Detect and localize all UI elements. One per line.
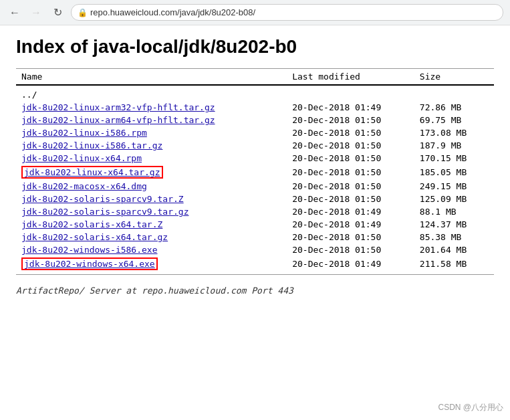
file-link[interactable]: jdk-8u202-solaris-sparcv9.tar.Z: [21, 194, 184, 204]
file-size-cell: 249.15 MB: [414, 180, 494, 193]
col-size-header: Size: [414, 69, 494, 86]
file-name-cell[interactable]: jdk-8u202-solaris-x64.tar.Z: [16, 218, 287, 231]
file-link[interactable]: jdk-8u202-linux-arm32-vfp-hflt.tar.gz: [21, 102, 215, 112]
lock-icon: 🔒: [78, 8, 88, 17]
file-name-cell[interactable]: jdk-8u202-windows-x64.exe: [16, 256, 287, 272]
file-modified-cell: 20-Dec-2018 01:49: [287, 218, 414, 231]
file-link[interactable]: jdk-8u202-windows-x64.exe: [24, 259, 155, 269]
table-header-row: Name Last modified Size: [16, 69, 494, 86]
table-row: jdk-8u202-solaris-x64.tar.gz20-Dec-2018 …: [16, 231, 494, 243]
file-size-cell: 185.05 MB: [414, 165, 494, 180]
file-name-cell[interactable]: jdk-8u202-linux-arm32-vfp-hflt.tar.gz: [16, 101, 287, 114]
file-link[interactable]: jdk-8u202-solaris-x64.tar.gz: [21, 232, 168, 242]
table-row: ../: [16, 85, 494, 101]
file-size-cell: 124.37 MB: [414, 218, 494, 231]
file-link[interactable]: jdk-8u202-linux-i586.rpm: [21, 128, 147, 138]
file-name-cell[interactable]: jdk-8u202-solaris-x64.tar.gz: [16, 231, 287, 243]
refresh-button[interactable]: ↻: [49, 5, 66, 21]
file-link[interactable]: jdk-8u202-linux-x64.tar.gz: [24, 167, 160, 177]
file-modified-cell: 20-Dec-2018 01:50: [287, 231, 414, 243]
file-modified-cell: 20-Dec-2018 01:50: [287, 165, 414, 180]
file-name-cell[interactable]: jdk-8u202-macosx-x64.dmg: [16, 180, 287, 193]
table-row: jdk-8u202-linux-arm32-vfp-hflt.tar.gz20-…: [16, 101, 494, 114]
file-size-cell: 85.38 MB: [414, 231, 494, 243]
file-link[interactable]: jdk-8u202-linux-i586.tar.gz: [21, 140, 162, 150]
forward-button[interactable]: →: [28, 5, 44, 21]
table-row: jdk-8u202-linux-x64.rpm20-Dec-2018 01:50…: [16, 152, 494, 165]
back-button[interactable]: ←: [7, 5, 23, 21]
address-bar[interactable]: [71, 4, 503, 21]
file-size-cell: 211.58 MB: [414, 256, 494, 272]
table-row: jdk-8u202-solaris-x64.tar.Z20-Dec-2018 0…: [16, 218, 494, 231]
table-row: jdk-8u202-solaris-sparcv9.tar.gz20-Dec-2…: [16, 205, 494, 218]
page-title: Index of java-local/jdk/8u202-b0: [16, 36, 494, 58]
file-modified-cell: 20-Dec-2018 01:50: [287, 193, 414, 205]
file-size-cell: 201.64 MB: [414, 243, 494, 256]
file-link[interactable]: jdk-8u202-macosx-x64.dmg: [21, 181, 147, 191]
file-modified-cell: 20-Dec-2018 01:49: [287, 205, 414, 218]
file-name-cell[interactable]: jdk-8u202-linux-i586.tar.gz: [16, 139, 287, 152]
file-modified-cell: 20-Dec-2018 01:50: [287, 180, 414, 193]
file-name-cell[interactable]: jdk-8u202-linux-i586.rpm: [16, 126, 287, 139]
footer-text: ArtifactRepo/ Server at repo.huaweicloud…: [16, 286, 494, 296]
file-name-cell: ../: [16, 85, 287, 101]
file-size-cell: 88.1 MB: [414, 205, 494, 218]
divider: [16, 274, 494, 275]
page-content: Index of java-local/jdk/8u202-b0 Name La…: [0, 25, 510, 306]
table-row: jdk-8u202-linux-i586.rpm20-Dec-2018 01:5…: [16, 126, 494, 139]
file-size-cell: [414, 85, 494, 101]
file-modified-cell: 20-Dec-2018 01:50: [287, 152, 414, 165]
file-name-cell[interactable]: jdk-8u202-solaris-sparcv9.tar.gz: [16, 205, 287, 218]
file-modified-cell: 20-Dec-2018 01:50: [287, 126, 414, 139]
browser-chrome: ← → ↻ 🔒: [0, 0, 510, 25]
file-modified-cell: 20-Dec-2018 01:49: [287, 101, 414, 114]
file-size-cell: 125.09 MB: [414, 193, 494, 205]
table-row: jdk-8u202-windows-i586.exe20-Dec-2018 01…: [16, 243, 494, 256]
file-name-cell[interactable]: jdk-8u202-linux-x64.rpm: [16, 152, 287, 165]
table-row: jdk-8u202-linux-i586.tar.gz20-Dec-2018 0…: [16, 139, 494, 152]
file-link[interactable]: jdk-8u202-windows-i586.exe: [21, 245, 158, 255]
file-modified-cell: 20-Dec-2018 01:50: [287, 114, 414, 126]
file-modified-cell: 20-Dec-2018 01:49: [287, 256, 414, 272]
table-row: jdk-8u202-macosx-x64.dmg20-Dec-2018 01:5…: [16, 180, 494, 193]
file-name-cell[interactable]: jdk-8u202-linux-x64.tar.gz: [16, 165, 287, 180]
address-bar-wrapper: 🔒: [71, 4, 503, 21]
file-size-cell: 173.08 MB: [414, 126, 494, 139]
file-size-cell: 187.9 MB: [414, 139, 494, 152]
table-row: jdk-8u202-linux-arm64-vfp-hflt.tar.gz20-…: [16, 114, 494, 126]
table-row: jdk-8u202-solaris-sparcv9.tar.Z20-Dec-20…: [16, 193, 494, 205]
file-link[interactable]: jdk-8u202-solaris-sparcv9.tar.gz: [21, 207, 188, 217]
file-modified-cell: 20-Dec-2018 01:50: [287, 139, 414, 152]
file-modified-cell: [287, 85, 414, 101]
file-modified-cell: 20-Dec-2018 01:50: [287, 243, 414, 256]
file-size-cell: 72.86 MB: [414, 101, 494, 114]
col-name-header: Name: [16, 69, 287, 86]
file-link[interactable]: jdk-8u202-solaris-x64.tar.Z: [21, 219, 162, 229]
col-modified-header: Last modified: [287, 69, 414, 86]
file-link[interactable]: jdk-8u202-linux-arm64-vfp-hflt.tar.gz: [21, 115, 215, 125]
file-name-cell[interactable]: jdk-8u202-windows-i586.exe: [16, 243, 287, 256]
file-link[interactable]: jdk-8u202-linux-x64.rpm: [21, 153, 142, 163]
file-name-cell[interactable]: jdk-8u202-solaris-sparcv9.tar.Z: [16, 193, 287, 205]
file-table: Name Last modified Size ../jdk-8u202-lin…: [16, 68, 494, 272]
file-size-cell: 170.15 MB: [414, 152, 494, 165]
file-name-cell[interactable]: jdk-8u202-linux-arm64-vfp-hflt.tar.gz: [16, 114, 287, 126]
file-size-cell: 69.75 MB: [414, 114, 494, 126]
table-row: jdk-8u202-linux-x64.tar.gz20-Dec-2018 01…: [16, 165, 494, 180]
table-row: jdk-8u202-windows-x64.exe20-Dec-2018 01:…: [16, 256, 494, 272]
